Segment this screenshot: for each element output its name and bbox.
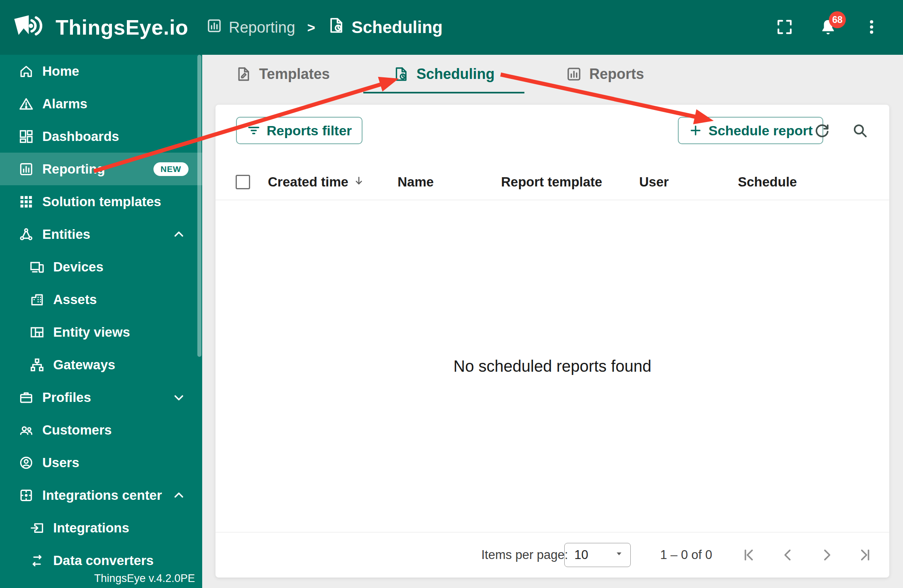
scheduling-card: Reports filter Schedule report	[215, 105, 889, 578]
new-badge: NEW	[153, 162, 188, 176]
reporting-breadcrumb-icon	[206, 18, 222, 37]
chevron-up-icon	[172, 227, 186, 242]
tab-bar: Templates Scheduling Reports	[202, 55, 903, 93]
search-button[interactable]	[846, 117, 874, 144]
sidebar-item-profiles[interactable]: Profiles	[0, 381, 202, 414]
users-icon	[18, 455, 34, 471]
logo-text: ThingsEye.io	[56, 15, 188, 39]
logo[interactable]: ThingsEye.io	[0, 14, 206, 41]
fullscreen-icon	[775, 18, 794, 37]
refresh-button[interactable]	[808, 117, 836, 144]
tab-reports[interactable]: Reports	[524, 55, 686, 93]
sidebar-item-label: Entities	[42, 227, 90, 242]
items-per-page-select[interactable]: 10	[564, 543, 631, 567]
tab-label: Reports	[589, 66, 644, 83]
thingseye-logo-icon	[12, 14, 48, 41]
search-icon	[851, 122, 868, 139]
items-per-page-label: Items per page:	[481, 548, 568, 562]
tab-templates[interactable]: Templates	[202, 55, 363, 93]
app-root: ThingsEye.io Reporting >	[0, 0, 903, 588]
notifications-button[interactable]: 68	[817, 16, 839, 39]
chevron-up-icon	[172, 488, 186, 503]
sort-desc-icon	[353, 174, 365, 190]
sidebar-item-label: Solution templates	[42, 194, 161, 209]
home-icon	[18, 63, 34, 79]
assets-icon	[29, 292, 45, 308]
app-shell: Home Alarms Dashboards Reporting NEW	[0, 55, 903, 588]
gateways-icon	[29, 357, 45, 373]
reports-filter-label: Reports filter	[267, 123, 352, 139]
previous-page-button[interactable]	[776, 543, 800, 567]
sidebar-item-customers[interactable]: Customers	[0, 414, 202, 446]
app-header: ThingsEye.io Reporting >	[0, 0, 903, 55]
sidebar: Home Alarms Dashboards Reporting NEW	[0, 55, 202, 588]
schedule-report-label: Schedule report	[708, 123, 813, 139]
first-page-icon	[741, 547, 757, 563]
sidebar-item-label: Dashboards	[42, 129, 119, 144]
select-all-checkbox[interactable]	[236, 175, 250, 189]
sidebar-item-dashboards[interactable]: Dashboards	[0, 120, 202, 153]
table-footer: Items per page: 10 1 – 0 of 0	[215, 532, 889, 578]
reports-filter-button[interactable]: Reports filter	[236, 117, 362, 144]
sidebar-item-entities[interactable]: Entities	[0, 218, 202, 251]
column-report-template[interactable]: Report template	[501, 174, 602, 190]
column-name[interactable]: Name	[398, 174, 434, 190]
sidebar-item-assets[interactable]: Assets	[0, 283, 202, 316]
kebab-menu-button[interactable]	[860, 16, 883, 39]
last-page-icon	[857, 547, 873, 563]
column-user[interactable]: User	[639, 174, 669, 190]
sidebar-item-label: Integrations center	[42, 488, 162, 503]
breadcrumb-separator: >	[307, 20, 315, 35]
kebab-menu-icon	[863, 18, 880, 37]
filter-icon	[246, 123, 261, 138]
scheduling-tab-icon	[393, 66, 409, 82]
sidebar-item-gateways[interactable]: Gateways	[0, 348, 202, 381]
app-version-label: ThingsEye v.4.2.0PE	[94, 572, 195, 585]
customers-icon	[18, 422, 34, 438]
data-converters-icon	[29, 553, 45, 569]
sidebar-item-integrations-center[interactable]: Integrations center	[0, 479, 202, 511]
main-content: Templates Scheduling Reports	[202, 55, 903, 588]
sidebar-item-devices[interactable]: Devices	[0, 251, 202, 283]
sidebar-item-label: Alarms	[42, 96, 87, 112]
sidebar-item-label: Gateways	[53, 357, 115, 373]
sidebar-item-label: Assets	[53, 292, 97, 307]
reports-tab-icon	[566, 66, 582, 82]
sidebar-item-integrations[interactable]: Integrations	[0, 511, 202, 544]
schedule-report-button[interactable]: Schedule report	[678, 117, 823, 144]
last-page-button[interactable]	[853, 543, 877, 567]
dashboards-icon	[18, 128, 34, 145]
sidebar-scrollbar[interactable]	[197, 55, 201, 357]
next-page-button[interactable]	[815, 543, 839, 567]
sidebar-item-label: Profiles	[42, 390, 91, 405]
breadcrumb-reporting[interactable]: Reporting	[206, 18, 295, 37]
sidebar-item-label: Integrations	[53, 520, 129, 536]
breadcrumb-reporting-label: Reporting	[229, 19, 295, 36]
plus-icon	[688, 123, 703, 138]
items-per-page-value: 10	[574, 548, 588, 562]
tab-label: Scheduling	[416, 66, 495, 83]
first-page-button[interactable]	[737, 543, 761, 567]
integrations-icon	[29, 520, 45, 536]
empty-message: No scheduled reports found	[454, 357, 651, 375]
sidebar-item-users[interactable]: Users	[0, 446, 202, 479]
sidebar-item-alarms[interactable]: Alarms	[0, 87, 202, 120]
sidebar-item-entity-views[interactable]: Entity views	[0, 316, 202, 348]
breadcrumb-scheduling: Scheduling	[327, 17, 443, 38]
alarms-icon	[18, 96, 34, 112]
sidebar-item-data-converters[interactable]: Data converters	[0, 544, 202, 577]
column-created-time[interactable]: Created time	[268, 174, 365, 190]
column-schedule[interactable]: Schedule	[738, 174, 797, 190]
sidebar-item-home[interactable]: Home	[0, 55, 202, 87]
empty-state: No scheduled reports found	[215, 200, 889, 532]
sidebar-item-reporting[interactable]: Reporting NEW	[0, 153, 202, 185]
page-range-label: 1 – 0 of 0	[660, 548, 712, 562]
reporting-icon	[18, 161, 34, 177]
chevron-right-icon	[819, 547, 835, 563]
table-header: Created time Name Report template User S…	[215, 164, 889, 200]
column-label: Created time	[268, 174, 348, 190]
sidebar-item-solution-templates[interactable]: Solution templates	[0, 185, 202, 218]
tab-scheduling[interactable]: Scheduling	[363, 55, 524, 93]
select-caret-icon	[613, 548, 625, 562]
fullscreen-button[interactable]	[773, 16, 796, 39]
